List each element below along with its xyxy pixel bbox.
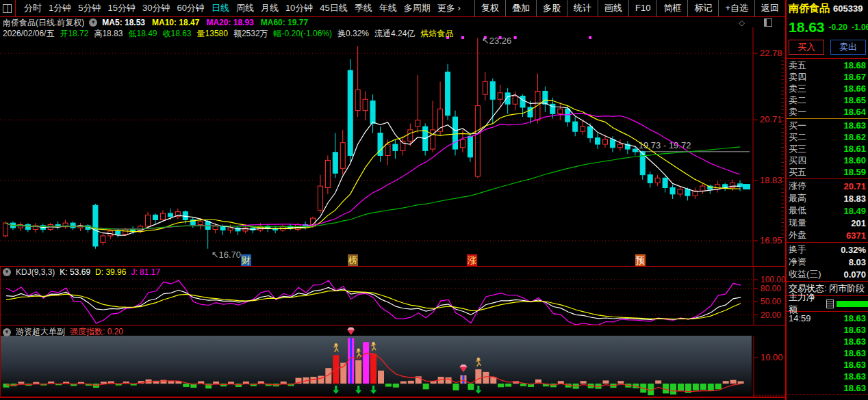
chevron-down-icon[interactable]: [3, 268, 11, 276]
chevron-down-icon[interactable]: [3, 328, 11, 336]
chevron-down-icon[interactable]: [89, 18, 97, 27]
list-icon: [826, 299, 834, 308]
ohlc-field: 低18.49: [128, 28, 157, 37]
main-candlestick-chart[interactable]: 19.73 - 19.72↖16.70↖23.2622.7820.7118.83…: [0, 27, 785, 267]
fin-row-label: 净资: [789, 256, 806, 268]
main-chart-canvas[interactable]: 19.73 - 19.72↖16.70↖23.2622.7820.7118.83…: [0, 27, 785, 266]
toolbar-button[interactable]: +自选: [718, 0, 754, 16]
period-tab[interactable]: 分时: [21, 2, 45, 14]
event-badge[interactable]: 财: [241, 254, 251, 266]
svg-text:20.00: 20.00: [761, 310, 781, 320]
bid-row[interactable]: 买三18.61: [787, 143, 868, 155]
main-flow-row[interactable]: 主力净额: [787, 297, 868, 310]
stat-row[interactable]: 外盘6371: [787, 229, 868, 241]
bid-row[interactable]: 买一18.63: [787, 120, 868, 131]
fin-row[interactable]: 换手0.32%: [787, 243, 868, 256]
stat-row-label: 涨停: [789, 180, 806, 192]
ask-row[interactable]: 卖二18.65: [787, 94, 868, 106]
ohlc-field: 2026/02/06/五: [3, 28, 54, 37]
ask-row[interactable]: 卖四18.67: [787, 71, 868, 83]
fin-row[interactable]: 收益(三)0.070: [787, 268, 868, 280]
toolbar-button[interactable]: 多股: [536, 0, 567, 16]
toolbar-button[interactable]: 复权: [474, 0, 505, 16]
ask-row-value: 18.65: [843, 95, 866, 105]
period-tab[interactable]: 多周期: [400, 2, 434, 14]
tick-row: 18.63: [787, 324, 868, 336]
ohlc-field: 换0.32%: [337, 28, 369, 37]
order-buttons: 买入 卖出: [787, 37, 868, 57]
window-split-icon[interactable]: [3, 4, 12, 13]
stat-row-value: 6371: [846, 230, 866, 241]
period-tab[interactable]: 年线: [376, 2, 400, 14]
ask-row-label: 卖四: [789, 71, 806, 83]
event-badge[interactable]: 涨: [467, 254, 477, 266]
money-flow-panel[interactable]: 游资超大单副 强度指数: 0.20 10.00: [0, 325, 786, 398]
period-tab[interactable]: 季线: [351, 2, 376, 14]
ask-row-value: 18.68: [843, 60, 866, 70]
ma-values: MA5: 18.53MA10: 18.47MA20: 18.93MA60: 19…: [102, 18, 308, 27]
stat-row-label: 外盘: [789, 229, 806, 241]
period-tab[interactable]: 更多 ›: [434, 2, 464, 14]
toolbar-button[interactable]: 标记: [687, 0, 718, 16]
stat-row[interactable]: 涨停20.71: [787, 180, 868, 192]
period-tab[interactable]: 45日线: [316, 2, 350, 14]
bid-row[interactable]: 买四18.60: [787, 155, 868, 166]
kdj-panel[interactable]: KDJ(9,3,3) K: 53.69 D: 39.96 J: 81.17 10…: [0, 267, 786, 325]
period-tab[interactable]: 30分钟: [139, 2, 173, 14]
stat-row[interactable]: 现量201: [787, 217, 868, 229]
bid-row-value: 18.59: [843, 167, 866, 177]
period-tab[interactable]: 60分钟: [173, 2, 207, 14]
toolbar-buttons: 复权叠加多股统计画线F10简框标记+自选返回: [474, 0, 785, 16]
fin-row[interactable]: 净资8.03: [787, 256, 868, 268]
toolbar-button[interactable]: 叠加: [505, 0, 536, 16]
toolbar-button[interactable]: 画线: [598, 0, 628, 16]
buy-button[interactable]: 买入: [789, 40, 824, 55]
strength-index: 强度指数: 0.20: [70, 326, 123, 338]
divider: [787, 178, 868, 179]
bid-row[interactable]: 买二18.62: [787, 131, 868, 143]
diamond-icon[interactable]: [739, 18, 745, 27]
tick-row: 18.63: [787, 347, 868, 359]
event-badge[interactable]: 预: [635, 254, 646, 266]
daily-stats: 涨停20.71最高18.83最低18.49现量201外盘6371: [787, 180, 868, 241]
tick-row: 14:5918.63: [787, 312, 868, 324]
sell-button[interactable]: 卖出: [830, 40, 866, 55]
period-tab[interactable]: 10分钟: [282, 2, 316, 14]
period-tab[interactable]: 5分钟: [75, 2, 104, 14]
bid-row-label: 买一: [789, 120, 806, 132]
divider: [787, 281, 868, 282]
toolbar-divider: [15, 0, 16, 16]
bid-row-label: 买五: [789, 166, 806, 178]
period-tab[interactable]: 1分钟: [45, 2, 75, 14]
last-price-row: 18.63 -0.20 -1.06%: [787, 18, 868, 37]
ohlc-field: 收18.63: [163, 28, 192, 37]
ask-row-label: 卖三: [789, 83, 806, 95]
stat-row-label: 最高: [789, 192, 806, 204]
ask-row[interactable]: 卖三18.66: [787, 83, 868, 94]
period-tab[interactable]: 周线: [233, 2, 257, 14]
ohlc-field: 量13580: [197, 28, 228, 37]
toolbar-button[interactable]: F10: [628, 0, 656, 16]
ohlc-field: 开18.72: [60, 28, 88, 37]
kdj-j-value: J: 81.17: [131, 267, 160, 277]
fin-row-value: 8.03: [849, 257, 866, 267]
period-tab[interactable]: 15分钟: [104, 2, 138, 14]
ask-row[interactable]: 卖一18.64: [787, 106, 868, 118]
ask-row-label: 卖五: [789, 59, 806, 72]
toolbar-button[interactable]: 简框: [656, 0, 687, 16]
bid-row[interactable]: 买五18.59: [787, 166, 868, 178]
toolbar-button[interactable]: 统计: [567, 0, 598, 16]
period-tab[interactable]: 月线: [257, 2, 282, 14]
event-badge[interactable]: 榜: [348, 254, 358, 266]
stock-name-row[interactable]: 南侨食品 605339: [787, 0, 868, 18]
ask-row[interactable]: 卖五18.68: [787, 59, 868, 71]
bid-row-label: 买三: [789, 143, 806, 155]
toolbar-button[interactable]: 返回: [754, 0, 785, 16]
kdj-d-value: D: 39.96: [95, 267, 126, 277]
ma-value: MA5: 18.53: [102, 18, 145, 27]
split-window-icon[interactable]: [764, 18, 772, 27]
last-price: 18.63: [789, 19, 825, 36]
stat-row[interactable]: 最低18.49: [787, 204, 868, 217]
period-tab[interactable]: 日线: [208, 2, 233, 14]
stat-row[interactable]: 最高18.83: [787, 192, 868, 204]
